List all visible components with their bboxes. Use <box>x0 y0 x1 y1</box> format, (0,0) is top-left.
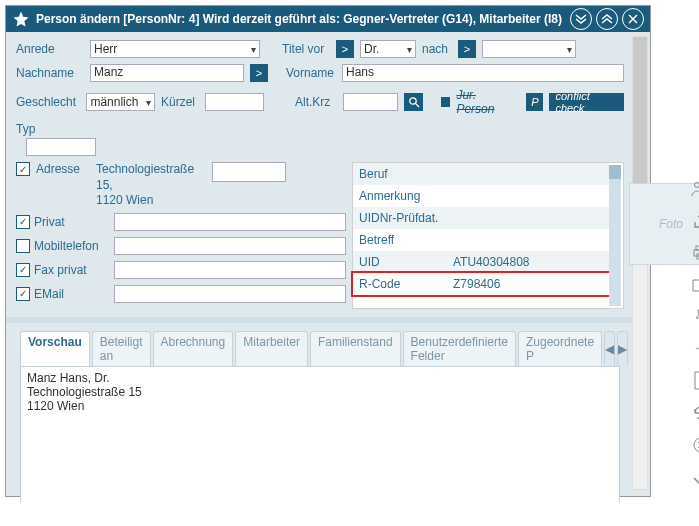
tab-next[interactable]: ▶ <box>617 331 628 366</box>
nachname-action-button[interactable]: > <box>250 64 268 82</box>
geschlecht-select[interactable]: männlich▾ <box>86 93 155 111</box>
mobil-label: Mobiltelefon <box>34 239 110 253</box>
svg-point-1 <box>694 183 699 188</box>
preview-line: Manz Hans, Dr. <box>27 371 613 385</box>
titelvor-label: Titel vor <box>282 42 330 56</box>
anrede-select[interactable]: Herr▾ <box>90 40 260 58</box>
typ-label: Typ <box>16 122 46 136</box>
detail-label: R-Code <box>359 277 449 291</box>
folder-icon[interactable] <box>690 274 700 296</box>
window-collapse-button[interactable] <box>596 8 618 30</box>
fax-checkbox[interactable]: ✓ <box>16 263 30 277</box>
detail-row: UIDATU40304808 <box>353 251 609 273</box>
detail-label: Betreff <box>359 233 449 247</box>
typ-input[interactable] <box>26 138 96 156</box>
close-button[interactable] <box>622 8 644 30</box>
preview-line: Technologiestraße 15 <box>27 385 613 399</box>
form-body: Anrede Herr▾ Titel vor > Dr.▾ nach > ▾ N… <box>6 32 634 502</box>
tab-prev[interactable]: ◀ <box>604 331 615 366</box>
privat-input[interactable] <box>114 213 346 231</box>
pin-icon[interactable] <box>690 306 700 328</box>
privat-checkbox[interactable]: ✓ <box>16 215 30 229</box>
right-column: BerufAnmerkungUIDNr-Prüfdat.BetreffUIDAT… <box>352 162 624 309</box>
right-scrollbar[interactable] <box>609 165 621 306</box>
jurperson-checkbox[interactable] <box>441 97 450 107</box>
detail-row: Betreff <box>353 229 609 251</box>
preview-line: 1120 Wien <box>27 399 613 413</box>
vorname-input[interactable]: Hans <box>342 64 624 82</box>
print-icon[interactable] <box>690 242 700 264</box>
right-scrollbar-thumb[interactable] <box>609 165 621 179</box>
detail-row: Beruf <box>353 163 609 185</box>
email-checkbox[interactable]: ✓ <box>16 287 30 301</box>
vorname-label: Vorname <box>286 66 336 80</box>
adresse-checkbox[interactable]: ✓ <box>16 162 30 176</box>
adresse-extra-input[interactable] <box>212 162 286 182</box>
share-icon[interactable] <box>690 210 700 232</box>
detail-value: Z798406 <box>453 277 603 291</box>
email-input[interactable] <box>114 285 346 303</box>
window-title: Person ändern [PersonNr: 4] Wird derzeit… <box>36 12 566 26</box>
tab-abrechnung[interactable]: Abrechnung <box>153 331 234 366</box>
altkrz-label: Alt.Krz <box>295 95 337 109</box>
kuerzel-label: Kürzel <box>161 95 199 109</box>
privat-label: Privat <box>34 215 110 229</box>
detail-label: UIDNr-Prüfdat. <box>359 211 449 225</box>
nach-select[interactable]: ▾ <box>482 40 576 58</box>
tab-beteiligt-an[interactable]: Beteiligt an <box>92 331 151 366</box>
window-expand-button[interactable] <box>570 8 592 30</box>
nachname-input[interactable]: Manz <box>90 64 244 82</box>
detail-value: ATU40304808 <box>453 255 603 269</box>
tab-zugeordnete-p[interactable]: Zugeordnete P <box>518 331 602 366</box>
detail-label: UID <box>359 255 449 269</box>
kuerzel-input[interactable] <box>205 93 264 111</box>
page-search-icon[interactable] <box>690 370 700 392</box>
svg-point-7 <box>694 438 700 452</box>
adresse-label: Adresse <box>36 162 90 176</box>
refresh-icon[interactable] <box>690 402 700 424</box>
svg-rect-3 <box>696 246 700 250</box>
geschlecht-label: Geschlecht <box>16 95 80 109</box>
star-icon <box>12 10 30 28</box>
left-column: ✓ Adresse Technologiestraße15,1120 Wien … <box>16 162 346 309</box>
tab-vorschau[interactable]: Vorschau <box>20 331 90 366</box>
titelvor-move-button[interactable]: > <box>336 40 354 58</box>
cancel-icon[interactable] <box>690 434 700 456</box>
separator <box>6 317 634 323</box>
conflict-check-button[interactable]: conflict check <box>549 93 624 111</box>
adresse-text: Technologiestraße15,1120 Wien <box>96 162 206 209</box>
nach-label: nach <box>422 42 452 56</box>
anrede-label: Anrede <box>16 42 84 56</box>
tabs: VorschauBeteiligt anAbrechnungMitarbeite… <box>16 331 624 366</box>
detail-label: Anmerkung <box>359 189 449 203</box>
tab-familienstand[interactable]: Familienstand <box>310 331 401 366</box>
mobil-checkbox[interactable] <box>16 239 30 253</box>
preview-panel: Manz Hans, Dr. Technologiestraße 15 1120… <box>20 366 620 502</box>
detail-row: R-CodeZ798406 <box>353 273 609 295</box>
jurperson-label: Jur. Person <box>456 88 514 116</box>
confirm-icon[interactable] <box>690 466 700 488</box>
nach-move-button[interactable]: > <box>458 40 476 58</box>
search-button[interactable] <box>404 93 423 111</box>
svg-point-0 <box>409 98 415 104</box>
tab-mitarbeiter[interactable]: Mitarbeiter <box>235 331 308 366</box>
detail-row: UIDNr-Prüfdat. <box>353 207 609 229</box>
tab-benutzerdefinierte-felder[interactable]: Benutzerdefinierte Felder <box>403 331 516 366</box>
detail-label: Beruf <box>359 167 449 181</box>
titlebar: Person ändern [PersonNr: 4] Wird derzeit… <box>6 6 650 32</box>
sidebar-toolbar: + <box>662 178 699 488</box>
nachname-label: Nachname <box>16 66 84 80</box>
email-label: EMail <box>34 287 110 301</box>
p-button[interactable]: P <box>526 93 543 111</box>
titelvor-select[interactable]: Dr.▾ <box>360 40 416 58</box>
altkrz-input[interactable] <box>343 93 398 111</box>
fax-label: Fax privat <box>34 263 110 277</box>
mobil-input[interactable] <box>114 237 346 255</box>
detail-row: Anmerkung <box>353 185 609 207</box>
plus-icon[interactable]: + <box>690 338 700 360</box>
fax-input[interactable] <box>114 261 346 279</box>
people-icon[interactable] <box>690 178 700 200</box>
window: Person ändern [PersonNr: 4] Wird derzeit… <box>5 5 651 497</box>
